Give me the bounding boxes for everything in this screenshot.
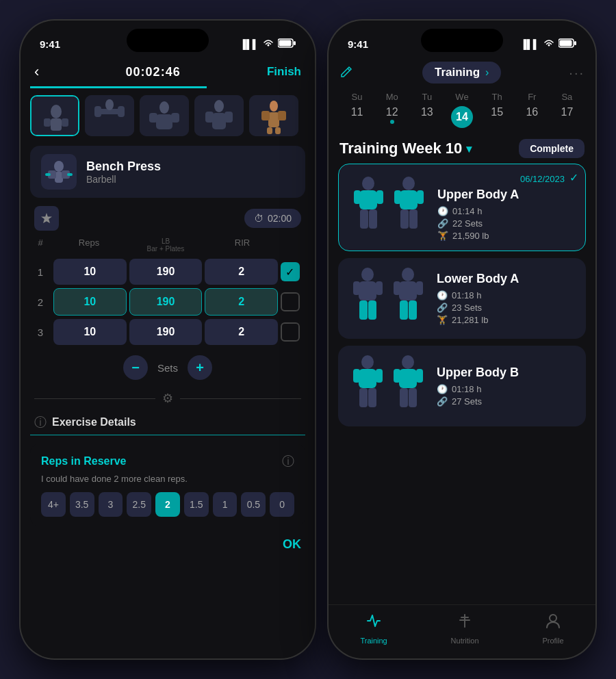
svg-rect-61 <box>400 300 408 320</box>
nav-profile[interactable]: Profile <box>542 612 563 645</box>
thumb-2[interactable] <box>85 95 134 136</box>
stat-duration-3: 🕐 01:18 h <box>437 384 575 394</box>
svg-rect-50 <box>409 209 418 229</box>
settings-icon[interactable]: ⚙ <box>162 391 173 406</box>
svg-point-45 <box>402 177 415 190</box>
card-stats-3: 🕐 01:18 h 🔗 27 Sets <box>437 384 575 407</box>
status-icons-left: ▐▌▌ <box>240 38 296 50</box>
svg-rect-56 <box>368 300 376 320</box>
edit-icon[interactable] <box>339 64 355 82</box>
sets-table: # Reps LB Bar + Plates RIR 1 10 190 2 ✓ … <box>21 235 315 348</box>
rir-btn-0[interactable]: 0 <box>270 492 294 517</box>
clock-icon: ⏱ <box>254 213 264 224</box>
workout-card-1[interactable]: 06/12/2023 ✓ <box>338 164 586 251</box>
battery-icon-right <box>559 38 576 50</box>
exercise-details-row[interactable]: ⓘ Exercise Details <box>21 410 315 435</box>
svg-point-12 <box>105 99 114 110</box>
training-nav-label: Training <box>360 637 387 645</box>
day-names-row: Su Mo Tu We Th Fr Sa <box>339 90 585 103</box>
weight-icon-2: 🏋 <box>437 315 448 325</box>
cal-15[interactable]: 15 <box>480 103 515 131</box>
cal-13[interactable]: 13 <box>409 103 444 131</box>
svg-rect-42 <box>376 190 383 204</box>
complete-button[interactable]: Complete <box>519 139 585 158</box>
rir-title: Reps in Reserve <box>41 455 127 467</box>
check-1[interactable]: ✓ <box>281 262 300 281</box>
svg-point-75 <box>550 615 556 622</box>
cal-16[interactable]: 16 <box>515 103 550 131</box>
check-3[interactable] <box>281 322 300 342</box>
finish-button[interactable]: Finish <box>267 65 301 79</box>
stat-sets-1: 🔗 22 Sets <box>437 218 574 229</box>
svg-rect-74 <box>409 388 417 407</box>
rir-btn-25[interactable]: 2.5 <box>127 492 151 517</box>
rest-timer[interactable]: ⏱ 02:00 <box>244 209 301 228</box>
bottom-nav: Training Nutrition Profile <box>329 604 595 658</box>
svg-rect-59 <box>394 281 400 295</box>
cal-14-active[interactable]: 14 <box>444 103 479 131</box>
svg-rect-1 <box>294 41 296 45</box>
svg-rect-6 <box>44 118 51 127</box>
svg-rect-5 <box>51 118 62 131</box>
settings-divider: ⚙ <box>21 387 315 410</box>
svg-rect-21 <box>205 112 214 123</box>
rir-btn-05[interactable]: 0.5 <box>241 492 266 517</box>
rir-btn-15[interactable]: 1.5 <box>184 492 209 517</box>
svg-rect-25 <box>268 112 279 127</box>
svg-rect-26 <box>261 111 270 120</box>
thumb-4[interactable] <box>194 95 244 136</box>
rir-btn-2[interactable]: 2 <box>155 492 180 517</box>
stat-sets-3: 🔗 27 Sets <box>437 396 575 407</box>
wifi-icon-right <box>543 39 554 49</box>
profile-nav-label: Profile <box>542 637 563 645</box>
cal-11[interactable]: 11 <box>339 103 374 131</box>
nutrition-nav-label: Nutrition <box>451 637 479 645</box>
ok-button[interactable]: OK <box>283 537 301 552</box>
set-row-3: 3 10 190 2 <box>30 319 305 345</box>
status-icons-right: ▐▌▌ <box>520 38 576 50</box>
rir-info-icon[interactable]: ⓘ <box>282 453 294 470</box>
thumb-3[interactable] <box>140 95 189 136</box>
sets-icon-3: 🔗 <box>437 396 448 407</box>
week-chevron[interactable]: ▾ <box>466 142 472 155</box>
card-title-1: Upper Body A <box>437 188 574 202</box>
svg-point-63 <box>361 355 374 369</box>
pin-button[interactable] <box>34 206 59 231</box>
card-date-1: 06/12/2023 <box>520 174 565 184</box>
thumb-1[interactable] <box>30 95 79 136</box>
rir-btn-35[interactable]: 3.5 <box>70 492 94 517</box>
card-info-2: Lower Body A 🕐 01:18 h 🔗 23 Sets 🏋 21 <box>437 272 575 325</box>
rir-btn-1[interactable]: 1 <box>213 492 238 517</box>
sets-control: − Sets + <box>21 348 315 387</box>
check-2[interactable] <box>281 292 300 311</box>
nav-training[interactable]: Training <box>360 612 387 645</box>
nutrition-nav-icon <box>456 612 474 634</box>
more-button[interactable]: ··· <box>569 65 585 81</box>
cal-12[interactable]: 12 <box>374 103 409 131</box>
svg-rect-46 <box>400 190 418 209</box>
days-row: 11 12 13 14 15 16 17 <box>339 103 585 131</box>
left-phone: 9:41 ▐▌▌ ‹ 00:02:46 Finish <box>21 21 315 658</box>
workout-card-3[interactable]: Upper Body B 🕐 01:18 h 🔗 27 Sets <box>338 346 586 426</box>
day-mo: Mo <box>374 90 409 103</box>
rir-btn-4plus[interactable]: 4+ <box>41 492 66 517</box>
set-row-2: 2 10 190 2 <box>30 288 305 316</box>
sets-plus-button[interactable]: + <box>188 355 212 380</box>
workout-card-2[interactable]: Lower Body A 🕐 01:18 h 🔗 23 Sets 🏋 21 <box>338 258 586 339</box>
cal-17[interactable]: 17 <box>550 103 585 131</box>
nav-nutrition[interactable]: Nutrition <box>451 612 479 645</box>
day-tu: Tu <box>409 90 444 103</box>
training-pill[interactable]: Training › <box>422 62 501 84</box>
back-button[interactable]: ‹ <box>34 63 39 81</box>
sets-label: Sets <box>157 362 178 374</box>
svg-rect-11 <box>118 106 125 117</box>
sets-minus-button[interactable]: − <box>123 355 148 380</box>
exercise-card: Bench Press Barbell <box>30 146 305 198</box>
svg-point-69 <box>402 355 414 369</box>
thumb-5[interactable] <box>249 95 298 136</box>
divider-right <box>180 398 301 399</box>
weight-icon-1: 🏋 <box>437 231 448 241</box>
rir-btn-3[interactable]: 3 <box>99 492 123 517</box>
svg-rect-27 <box>278 111 286 120</box>
svg-rect-16 <box>149 113 157 123</box>
